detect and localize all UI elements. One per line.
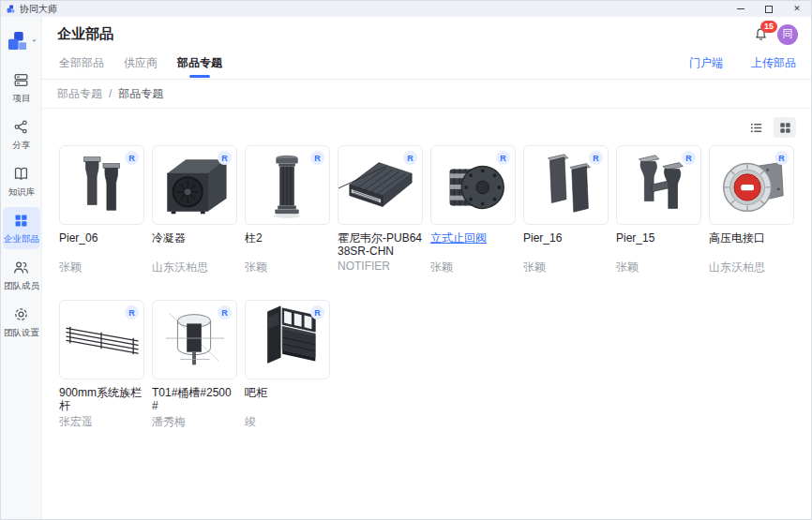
breadcrumb-parent[interactable]: 部品专题 (57, 86, 102, 102)
part-card[interactable]: R 冷凝器 山东沃柏思 (152, 145, 237, 275)
revit-badge: R (310, 305, 324, 319)
part-card[interactable]: R 高压电接口 山东沃柏思 (709, 145, 794, 275)
grid-view-button[interactable] (774, 117, 796, 138)
sidebar-item-members[interactable]: 团队成员 (3, 254, 40, 296)
sidebar-item-projects[interactable]: 项目 (3, 67, 40, 109)
workspace-logo-icon (5, 28, 30, 53)
part-author: 张颖 (523, 260, 609, 275)
sidebar-item-settings[interactable]: 团队设置 (3, 301, 40, 343)
upload-parts-link[interactable]: 上传部品 (751, 55, 796, 71)
part-card[interactable]: R 900mm系统族栏杆 张宏遥 (59, 300, 144, 430)
minimize-button[interactable] (727, 1, 755, 17)
part-title[interactable]: T01#桶槽#2500# (152, 386, 237, 412)
sidebar-item-label: 团队设置 (4, 326, 39, 338)
workspace-switcher[interactable] (5, 28, 38, 53)
part-title[interactable]: 柱2 (245, 231, 330, 258)
close-button[interactable]: ✕ (783, 1, 811, 17)
page-header: 企业部品 15 同 (42, 17, 811, 52)
breadcrumb-current: 部品专题 (118, 86, 163, 102)
parts-grid-icon (12, 212, 30, 230)
share-icon (12, 118, 30, 136)
list-view-icon (749, 121, 763, 135)
part-thumbnail[interactable]: R (245, 145, 330, 225)
part-thumbnail[interactable]: R (152, 145, 237, 225)
part-thumbnail[interactable]: R (59, 145, 144, 225)
revit-badge: R (496, 151, 510, 165)
app-title: 协同大师 (20, 3, 57, 16)
part-title[interactable]: 高压电接口 (709, 231, 794, 258)
part-author: 山东沃柏思 (152, 260, 237, 275)
part-card[interactable]: R Pier_16 张颖 (523, 145, 609, 275)
revit-badge: R (403, 151, 417, 165)
grid-view-icon (778, 121, 792, 135)
part-title[interactable]: Pier_15 (616, 231, 701, 258)
revit-badge: R (125, 305, 139, 319)
revit-badge: R (682, 151, 696, 165)
page-title: 企业部品 (57, 25, 113, 43)
revit-badge: R (310, 151, 324, 165)
header-actions: 15 同 (754, 24, 798, 45)
sidebar-item-label: 知识库 (8, 186, 35, 198)
revit-badge: R (589, 151, 603, 165)
breadcrumb: 部品专题 / 部品专题 (42, 80, 811, 109)
breadcrumb-separator: / (109, 87, 112, 100)
members-icon (12, 259, 30, 276)
revit-badge: R (218, 305, 232, 319)
part-thumbnail[interactable]: R (616, 145, 701, 225)
sidebar-item-label: 项目 (12, 92, 30, 104)
tab-topics[interactable]: 部品专题 (175, 52, 224, 80)
part-thumbnail[interactable]: R (245, 300, 330, 379)
list-view-button[interactable] (744, 117, 767, 138)
part-card[interactable]: R 霍尼韦尔-PUB6438SR-CHN NOTIFIER (338, 145, 423, 275)
part-thumbnail[interactable]: R (523, 145, 609, 225)
sidebar-item-share[interactable]: 分享 (3, 113, 40, 156)
part-card[interactable]: R 立式止回阀 张颖 (430, 145, 516, 275)
part-title[interactable]: 冷凝器 (152, 231, 237, 258)
sidebar-item-label: 分享 (12, 139, 30, 151)
part-card[interactable]: R Pier_15 张颖 (616, 145, 701, 275)
part-title[interactable]: 900mm系统族栏杆 (59, 386, 144, 412)
part-card[interactable]: R Pier_06 张颖 (59, 145, 144, 275)
sidebar-nav: 项目 分享 知识库 企业部品 团队成员 团队设置 (3, 67, 40, 348)
part-author: 张宏遥 (59, 414, 144, 430)
part-thumbnail[interactable]: R (152, 300, 237, 379)
portal-link[interactable]: 门户端 (689, 55, 723, 71)
sidebar-item-knowledge[interactable]: 知识库 (3, 160, 40, 202)
settings-icon (12, 305, 30, 323)
minimize-icon (737, 8, 744, 9)
part-author: 张颖 (245, 260, 330, 275)
revit-badge: R (218, 151, 232, 165)
tab-all[interactable]: 全部部品 (57, 52, 106, 80)
part-thumbnail[interactable]: R (709, 145, 794, 225)
user-avatar[interactable]: 同 (777, 24, 798, 45)
part-author: 张颖 (616, 260, 701, 275)
window-controls: ✕ (727, 1, 811, 17)
app-logo-icon (6, 4, 16, 14)
sidebar-item-parts[interactable]: 企业部品 (3, 207, 40, 249)
notifications-button[interactable]: 15 (754, 27, 769, 42)
maximize-button[interactable] (755, 1, 783, 17)
knowledge-icon (12, 165, 30, 183)
view-toolbar (59, 117, 796, 138)
part-title[interactable]: 霍尼韦尔-PUB6438SR-CHN (338, 231, 423, 258)
part-author: 张颖 (59, 260, 144, 275)
part-thumbnail[interactable]: R (59, 300, 144, 379)
part-title[interactable]: Pier_06 (59, 231, 144, 258)
part-card[interactable]: R T01#桶槽#2500# 潘秀梅 (152, 300, 237, 430)
part-title[interactable]: 立式止回阀 (430, 231, 516, 258)
part-title[interactable]: Pier_16 (523, 231, 609, 258)
tab-actions: 门户端 上传部品 (689, 52, 796, 71)
notification-badge: 15 (760, 21, 777, 33)
main-area: 企业部品 15 同 全部部品供应商部品专题 门户端 上传部品 部品专题 (42, 17, 811, 519)
part-thumbnail[interactable]: R (430, 145, 516, 225)
tabs: 全部部品供应商部品专题 (57, 52, 240, 80)
part-author: 张颖 (430, 260, 516, 275)
app-window: 协同大师 ✕ 项目 分享 知识库 企业部品 团队成员 团队设置 (0, 0, 812, 520)
tab-suppliers[interactable]: 供应商 (122, 52, 159, 80)
part-card[interactable]: R 吧柜 竣 (245, 300, 330, 430)
part-author: NOTIFIER (338, 260, 423, 273)
tab-bar: 全部部品供应商部品专题 门户端 上传部品 (42, 52, 811, 80)
part-thumbnail[interactable]: R (338, 145, 423, 225)
part-card[interactable]: R 柱2 张颖 (245, 145, 330, 275)
part-title[interactable]: 吧柜 (245, 386, 330, 412)
